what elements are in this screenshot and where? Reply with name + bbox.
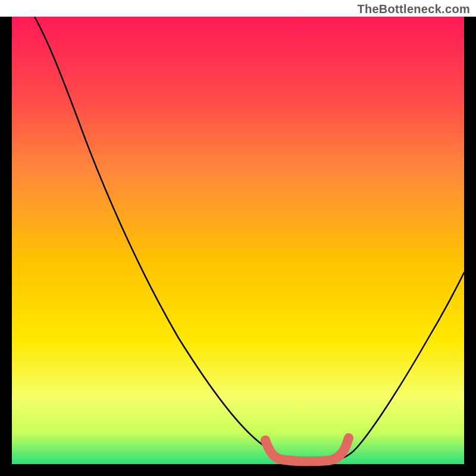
gradient-background [12,17,464,464]
plot-area [0,17,476,476]
chart-svg [0,17,476,476]
chart-container: TheBottleneck.com [0,0,476,476]
optimal-region-dot [261,436,270,445]
attribution-text: TheBottleneck.com [357,2,470,16]
bottleneck-chart [0,17,476,476]
